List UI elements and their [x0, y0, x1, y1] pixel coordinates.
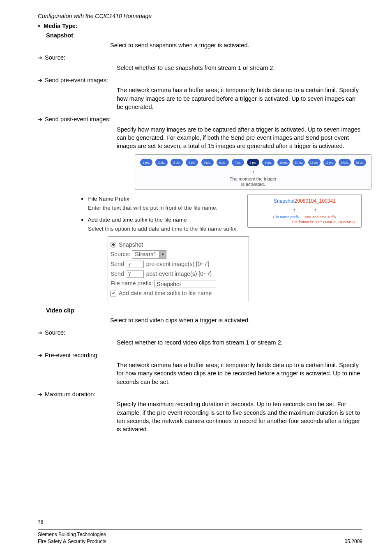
snapshot-radio[interactable] [111, 242, 116, 247]
add-suffix-title: Add date and time suffix to the file nam… [88, 217, 187, 223]
page-number: 78 [38, 519, 362, 526]
prefix-label: File name prefix: [111, 280, 153, 288]
source-label: Source: [111, 250, 130, 259]
sample-left-label: File name prefix [273, 215, 300, 219]
sample-right-label1: Date and time suffix [304, 215, 336, 219]
add-suffix-checkbox[interactable]: ✔ [111, 291, 116, 296]
trigger-caption-1: The moment the trigger [140, 176, 366, 182]
chevron-down-icon: ▼ [159, 251, 166, 258]
sample-arrow-left: ↑ [293, 206, 295, 215]
diagram-pic: 4 pic. [186, 159, 198, 166]
footer-left-1: Siemens Building Technologies [38, 531, 106, 538]
diagram-pic: 1 pic. [140, 159, 152, 166]
video-pre-label: Pre-event recording: [38, 351, 362, 359]
trigger-arrow-icon: ↑ [140, 169, 366, 176]
diagram-pic: 12 pic. [308, 159, 321, 166]
video-max-label: Maximum duration: [38, 390, 362, 398]
file-name-prefix-desc: Enter the text that will be put in front… [88, 204, 238, 212]
video-source-desc: Select whether to record video clips fro… [117, 338, 362, 347]
trigger-diagram: 1 pic.2 pic.3 pic.4 pic.5 pic.6 pic.7 pi… [135, 154, 371, 190]
add-suffix-checkbox-label: Add date and time suffix to file name [119, 289, 212, 298]
media-type-heading: Media Type: [38, 22, 362, 30]
footer-right: 05.2009 [345, 538, 362, 545]
diagram-pic: 14 pic. [339, 159, 351, 166]
footer-left-2: Fire Safety & Security Products [38, 538, 106, 545]
snapshot-title-text: Snapshot [46, 32, 73, 39]
diagram-pic: 11 pic. [293, 159, 305, 166]
snapshot-pre-label: Send pre-event images: [38, 76, 362, 84]
diagram-pic: 5 pic. [201, 159, 214, 166]
prefix-input[interactable]: Snapshot [154, 280, 216, 287]
snapshot-source-label: Source: [38, 53, 362, 62]
source-select-value: Stream1 [132, 250, 159, 259]
video-pre-desc: The network camera has a buffer area; it… [117, 361, 362, 386]
snapshot-heading: Snapshot: [38, 31, 362, 39]
file-name-prefix-title: File Name Prefix [88, 196, 129, 202]
add-suffix-desc: Select this option to add date and time … [88, 225, 238, 233]
pre-event-input[interactable]: 7 [126, 261, 144, 268]
snapshot-post-desc: Specify how many images are to be captur… [117, 125, 362, 150]
diagram-pic: 8 pic. [247, 159, 259, 166]
sample-prefix: Snapshot [274, 198, 295, 204]
post-event-suffix: post-event image(s) [0~7] [146, 270, 212, 278]
diagram-pic: 15 pic. [354, 159, 366, 166]
sample-arrow-right: ↑ [314, 206, 316, 215]
video-clip-title-text: Video clip [46, 307, 74, 314]
page-header: Configuration with the CCIC1410 Homepage [38, 12, 362, 21]
diagram-pic: 13 pic. [323, 159, 336, 166]
video-source-label: Source: [38, 328, 362, 337]
video-max-desc: Specify the maximum recording duration i… [117, 400, 362, 433]
footer-rule [38, 530, 362, 530]
snapshot-post-label: Send post-event images: [38, 115, 362, 123]
pre-event-suffix: pre-event image(s) [0~7] [146, 260, 209, 268]
source-select[interactable]: Stream1 ▼ [132, 250, 166, 259]
snapshot-pre-desc: The network camera has a buffer area; it… [117, 86, 362, 111]
snapshot-form-panel: Snapshot Source: Stream1 ▼ Send 7 pre-ev… [108, 236, 249, 302]
send-post-label: Send [111, 270, 124, 278]
trigger-caption-2: is activated. [140, 182, 366, 187]
snapshot-source-desc: Select whether to use snapshots from str… [117, 64, 362, 72]
diagram-pic: 2 pic. [155, 159, 168, 166]
snapshot-radio-label: Snapshot [119, 241, 143, 249]
video-clip-heading: Video clip: [38, 306, 362, 314]
diagram-pic: 10 pic. [277, 159, 290, 166]
snapshot-intro: Select to send snapshots when a trigger … [110, 41, 362, 49]
diagram-pic: 7 pic. [232, 159, 244, 166]
video-clip-intro: Select to send video clips when a trigge… [110, 316, 362, 324]
diagram-pic: 3 pic. [171, 159, 183, 166]
sample-suffix: 20080104_100341 [295, 198, 336, 204]
diagram-pic: 6 pic. [217, 159, 229, 166]
filename-sample-box: Snapshot20080104_100341 ↑↑ File name pre… [247, 194, 362, 228]
sample-right-label2: The format is: YYYYMMDD_HHMMSS [252, 220, 355, 225]
diagram-pic: 9 pic. [262, 159, 274, 166]
post-event-input[interactable]: 7 [126, 271, 144, 278]
send-pre-label: Send [111, 260, 124, 268]
